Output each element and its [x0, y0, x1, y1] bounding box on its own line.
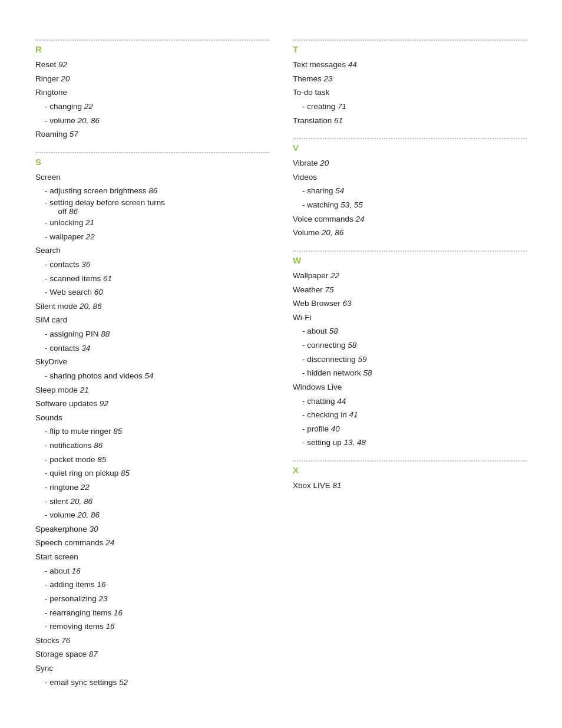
entry-label: - volume [45, 116, 75, 125]
entry-label: - connecting [302, 341, 346, 350]
index-section-x: XXbox LIVE 81 [293, 460, 527, 493]
index-entry: - Web search 60 [35, 285, 269, 299]
entry-label: - watching [302, 200, 339, 209]
index-entry: - scanned items 61 [35, 272, 269, 286]
entry-page: 86 [147, 186, 158, 195]
entry-label: Ringtone [35, 88, 67, 97]
entry-label: - about [45, 566, 70, 575]
entry-label: Reset [35, 60, 56, 69]
index-entry: - changing 22 [35, 100, 269, 114]
index-section-t: TText messages 44Themes 23To-do task- cr… [293, 39, 527, 127]
index-entry: - assigning PIN 88 [35, 327, 269, 341]
index-entry: Xbox LIVE 81 [293, 479, 527, 493]
entry-page: 60 [92, 288, 103, 297]
index-entry: - flip to mute ringer 85 [35, 424, 269, 439]
index-entry: - about 58 [293, 324, 527, 338]
index-entry: - volume 20, 86 [35, 508, 269, 522]
entry-page: 13, 48 [342, 438, 366, 447]
entry-label: Sleep mode [35, 386, 78, 394]
entry-label: Wi-Fi [293, 313, 311, 322]
entry-page: 24 [104, 538, 115, 547]
index-entry: - hidden network 58 [293, 366, 527, 380]
entry-label: Roaming [35, 130, 67, 139]
entry-label: Screen [35, 173, 61, 182]
entry-label: Themes [293, 74, 322, 83]
entry-label: - sharing [302, 186, 333, 195]
entry-label: To-do task [293, 88, 329, 97]
entry-label: - personalizing [45, 594, 97, 603]
index-entry: - personalizing 23 [35, 592, 269, 606]
index-entry: - connecting 58 [293, 338, 527, 353]
entry-page: 86 [92, 441, 103, 450]
index-section-v: VVibrate 20Videos- sharing 54- watching … [293, 138, 527, 240]
entry-page: 23 [322, 74, 333, 83]
entry-page: 22 [328, 271, 339, 280]
entry-label: - scanned items [45, 274, 101, 283]
index-entry: - notifications 86 [35, 439, 269, 453]
index-entry: - adjusting screen brightness 86 [35, 184, 269, 198]
entry-label: Weather [293, 285, 323, 294]
entry-page: 20, 86 [68, 497, 92, 506]
entry-label: Xbox LIVE [293, 481, 330, 490]
entry-label: - creating [302, 102, 335, 111]
index-section-r: RReset 92Ringer 20Ringtone- changing 22-… [35, 39, 269, 141]
index-entry: Windows Live [293, 380, 527, 394]
entry-page: 81 [330, 481, 342, 490]
entry-label: Volume [293, 228, 319, 237]
entry-label: Windows Live [293, 383, 342, 391]
entry-label: - adjusting screen brightness [45, 186, 147, 195]
index-entry: Speakerphone 30 [35, 522, 269, 536]
index-entry: Silent mode 20, 86 [35, 299, 269, 314]
index-entry: Ringtone [35, 85, 269, 100]
entry-label: Speakerphone [35, 525, 87, 533]
entry-page: 92 [97, 399, 108, 408]
entry-page: 75 [323, 285, 334, 294]
index-entry: - removing items 16 [35, 620, 269, 634]
index-entry: - about 16 [35, 564, 269, 578]
index-entry: Wallpaper 22 [293, 269, 527, 283]
index-entry: SkyDrive [35, 355, 269, 369]
index-entry: - watching 53, 55 [293, 198, 527, 212]
index-entry: Translation 61 [293, 114, 527, 128]
entry-page: 61 [101, 274, 112, 283]
index-entry: - wallpaper 22 [35, 230, 269, 244]
index-entry: Voice commands 24 [293, 212, 527, 226]
index-section-s: SScreen- adjusting screen brightness 86-… [35, 152, 269, 690]
index-entry: Reset 92 [35, 58, 269, 72]
index-entry: - setting up 13, 48 [293, 436, 527, 450]
entry-label: - rearranging items [45, 608, 111, 617]
entry-label: Storage space [35, 650, 87, 658]
entry-page: 36 [80, 260, 91, 269]
entry-label: - wallpaper [45, 232, 84, 241]
index-entry: - disconnecting 59 [293, 353, 527, 367]
entry-page: 58 [346, 341, 357, 350]
index-entry: Wi-Fi [293, 311, 527, 325]
index-entry: - creating 71 [293, 100, 527, 114]
entry-page: 16 [95, 580, 106, 589]
entry-page: 22 [82, 102, 93, 111]
entry-page: 16 [104, 622, 115, 631]
entry-page: 85 [118, 469, 130, 477]
index-entry: - pocket mode 85 [35, 453, 269, 467]
index-entry: - contacts 36 [35, 258, 269, 272]
entry-label: - checking in [302, 410, 347, 419]
entry-label: - volume [45, 510, 75, 519]
entry-label: - contacts [45, 260, 80, 269]
entry-page: 92 [56, 60, 67, 69]
section-letter: X [293, 460, 527, 475]
index-entry: Sounds [35, 411, 269, 425]
entry-label: Web Browser [293, 299, 340, 308]
index-entry: To-do task [293, 85, 527, 100]
entry-page: 23 [97, 594, 108, 603]
index-entry: Storage space 87 [35, 647, 269, 661]
entry-label: Silent mode [35, 302, 77, 311]
entry-label: - profile [302, 424, 329, 433]
entry-page: 16 [111, 608, 123, 617]
entry-label: SIM card [35, 315, 67, 324]
entry-page: 21 [83, 218, 94, 227]
index-entry: Ringer 20 [35, 72, 269, 86]
section-letter: S [35, 152, 269, 167]
entry-page: 63 [340, 299, 352, 308]
entry-page: 53, 55 [339, 200, 363, 209]
index-entry: - checking in 41 [293, 408, 527, 422]
